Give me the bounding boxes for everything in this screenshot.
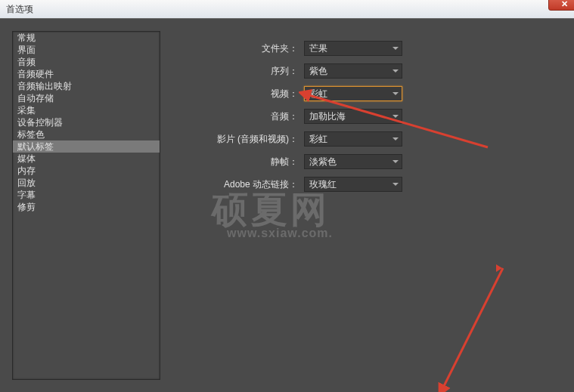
dropdown-value-2: 彩虹 <box>309 88 327 100</box>
chevron-down-icon <box>392 115 399 118</box>
form-row-6: Adobe 动态链接：玫瑰红 <box>175 176 547 193</box>
form-label-1: 序列： <box>175 65 304 78</box>
sidebar-item-10[interactable]: 媒体 <box>13 153 160 165</box>
sidebar-item-14[interactable]: 修剪 <box>13 201 160 213</box>
sidebar-item-11[interactable]: 内存 <box>13 165 160 177</box>
sidebar-item-8[interactable]: 标签色 <box>13 128 160 140</box>
settings-panel: 文件夹：芒果序列：紫色视频：彩虹音频：加勒比海影片 (音频和视频)：彩虹静帧：淡… <box>160 31 562 380</box>
sidebar-item-6[interactable]: 采集 <box>13 104 160 116</box>
dropdown-value-1: 紫色 <box>309 65 327 78</box>
sidebar-item-4[interactable]: 音频输出映射 <box>13 80 160 92</box>
dropdown-2[interactable]: 彩虹 <box>304 86 402 101</box>
dropdown-3[interactable]: 加勒比海 <box>304 109 402 124</box>
form-label-5: 静帧： <box>175 156 304 168</box>
dropdown-6[interactable]: 玫瑰红 <box>304 177 402 192</box>
category-sidebar: 常规界面音频音频硬件音频输出映射自动存储采集设备控制器标签色默认标签媒体内存回放… <box>12 31 160 380</box>
dropdown-value-4: 彩虹 <box>309 133 327 146</box>
dropdown-value-5: 淡紫色 <box>309 156 337 168</box>
content-area: 常规界面音频音频硬件音频输出映射自动存储采集设备控制器标签色默认标签媒体内存回放… <box>0 19 574 392</box>
sidebar-item-0[interactable]: 常规 <box>13 32 160 44</box>
form-row-5: 静帧：淡紫色 <box>175 153 547 170</box>
form-row-0: 文件夹：芒果 <box>175 40 547 57</box>
window-title: 首选项 <box>6 3 33 16</box>
dropdown-5[interactable]: 淡紫色 <box>304 154 402 169</box>
sidebar-item-2[interactable]: 音频 <box>13 56 160 68</box>
form-row-4: 影片 (音频和视频)：彩虹 <box>175 131 547 147</box>
chevron-down-icon <box>392 69 399 73</box>
close-icon: ✕ <box>561 0 568 9</box>
dropdown-4[interactable]: 彩虹 <box>304 131 402 147</box>
play-marker-icon <box>496 264 502 272</box>
form-row-1: 序列：紫色 <box>175 63 547 79</box>
chevron-down-icon <box>392 160 399 163</box>
chevron-down-icon <box>392 183 399 186</box>
form-label-0: 文件夹： <box>175 42 304 55</box>
sidebar-item-7[interactable]: 设备控制器 <box>13 116 160 128</box>
sidebar-item-3[interactable]: 音频硬件 <box>13 68 160 80</box>
dropdown-value-3: 加勒比海 <box>309 110 346 123</box>
dropdown-0[interactable]: 芒果 <box>304 41 402 56</box>
dropdown-value-0: 芒果 <box>309 42 327 55</box>
titlebar: 首选项 ✕ <box>0 0 574 19</box>
form-label-3: 音频： <box>175 110 304 123</box>
sidebar-item-13[interactable]: 字幕 <box>13 189 160 201</box>
form-label-4: 影片 (音频和视频)： <box>175 133 304 146</box>
form-label-2: 视频： <box>175 88 304 100</box>
chevron-down-icon <box>392 137 399 140</box>
dropdown-1[interactable]: 紫色 <box>304 63 402 79</box>
form-row-3: 音频：加勒比海 <box>175 108 547 125</box>
sidebar-item-1[interactable]: 界面 <box>13 44 160 56</box>
chevron-down-icon <box>392 92 399 95</box>
sidebar-item-5[interactable]: 自动存储 <box>13 92 160 104</box>
dropdown-value-6: 玫瑰红 <box>309 178 337 191</box>
sidebar-item-12[interactable]: 回放 <box>13 177 160 189</box>
form-label-6: Adobe 动态链接： <box>175 178 304 191</box>
sidebar-item-9[interactable]: 默认标签 <box>13 140 160 153</box>
chevron-down-icon <box>392 47 399 50</box>
close-button[interactable]: ✕ <box>548 0 574 11</box>
form-row-2: 视频：彩虹 <box>175 85 547 102</box>
